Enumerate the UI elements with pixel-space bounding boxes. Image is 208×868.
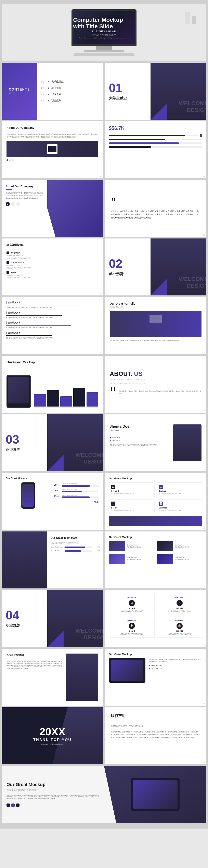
input-item-title-2: SOCIAL MEDIA (6, 261, 98, 264)
contents-num-4: 04 (41, 99, 45, 102)
slide-number-3b: 04 (203, 176, 205, 178)
slide-number-11b: 20 (203, 644, 205, 646)
slide-row-11: 04 职业规划 WELCOMEDESIGN PRESENT 🖥 输入标题 点击此… (2, 590, 206, 647)
slide-longtext-photo: 点击此处添加标题 点击此处添加文本内容，添加文本内容点击此处添加文本内容添加文本… (2, 649, 103, 706)
longtext-title: 点击此处添加标题 (6, 654, 63, 657)
present-text-1: 点击此处添加文本内容添加文本内容 (111, 610, 152, 612)
computer-base (84, 50, 124, 52)
input-item-title-3: MEDIA (6, 271, 98, 274)
phone-stat-1-right: Lorem Ipsum Short Title (62, 483, 99, 487)
ogm-triangle (104, 766, 116, 823)
portfolio-text: 点击此处添加文本内容，添加文本内容点击此处添加文本内容添加文本内容点击此处添加文… (110, 339, 202, 341)
slide-number-7a: 11 (100, 410, 102, 412)
contents-item-2: 02 就业形势 (41, 86, 99, 90)
present-text-4: 点击此处添加文本内容添加文本内容 (159, 633, 200, 635)
slide-row-1: Computer Mockup with Title Slide BUSINES… (2, 4, 206, 61)
present-icon-3: 💡 (129, 623, 135, 629)
about-1-device (47, 144, 58, 154)
mockup2col-img-3 (109, 554, 125, 564)
phone-spacer (54, 477, 99, 483)
stats-bar-track-3 (109, 143, 202, 144)
textblock-accent-4 (6, 332, 6, 334)
input-social-icon (6, 261, 9, 264)
section-02-num: 02 (109, 257, 146, 270)
screen-year: Computer Mockup with Title Slide (73, 17, 135, 30)
about-2-icon-play[interactable]: ▶ (6, 202, 10, 206)
section-04-right: WELCOMEDESIGN (47, 590, 103, 647)
about-2-icon-2[interactable] (11, 202, 15, 206)
team-bar-row-2: Short Text Here 60% (50, 550, 100, 552)
input-section-title: 输入标题内容 (6, 243, 98, 247)
textblock-text-1: 点击此处添加文本内容，添加文本内容点击此处添加文本内容添加文本内容 (6, 307, 99, 309)
ogm-right (104, 766, 206, 823)
textblock-accent-1 (6, 301, 6, 304)
laptop-item-text-1: Short Text Here (151, 665, 162, 666)
input-item-sub-3: FREELANCE, CRAFTING (6, 275, 98, 277)
stats-bar-track-1 (109, 135, 198, 136)
slide-row-13: 20XX THANK FOR YOU 渐变风格大学生职业规划PPT 版权声明 感… (2, 707, 206, 764)
about-dot-3 (12, 159, 14, 161)
slide-computer-mockup: Computer Mockup with Title Slide BUSINES… (2, 4, 206, 61)
present-text-3: 点击此处添加文本内容添加文本内容 (111, 633, 152, 635)
infocard-4: 📊 Business 点击此处添加文本内容添加文本内容 (157, 499, 202, 514)
about-1-image (6, 141, 98, 157)
laptop-bullet-2 (149, 668, 150, 669)
stats-bar-row-3 (109, 143, 202, 144)
section-03-triangle (47, 455, 64, 471)
longtext-left: 点击此处添加标题 点击此处添加文本内容，添加文本内容点击此处添加文本内容添加文本… (6, 654, 63, 701)
slide-number-4a: 05 (100, 234, 102, 236)
slide-about-2: About Our Company 点击此处添加文本内容，添加文本内容点击此处添… (2, 180, 103, 237)
textblock-2: 点击输入文本 点击此处添加文本内容，添加文本内容点击此处添加文本内容添加文本内容 (6, 311, 99, 319)
aboutus-quote-mark: " (110, 386, 116, 398)
slide-stats: $56.7K (105, 121, 206, 178)
team-bar-label-2: Short Text Here (50, 550, 63, 552)
laptop-item-1: Short Text Here (149, 665, 202, 666)
stats-square-1 (200, 134, 202, 137)
present-icon-1: 🖥 (129, 600, 135, 606)
slide-row-7: Our Great Mockup (2, 356, 206, 413)
screen-cn: 渐变风格大学生职业规划PPT (92, 34, 116, 36)
phone-left-area: Our Great Mockup (6, 477, 51, 526)
mockup2col-text-1: Short Text Here点击此处添加文本内容 (127, 544, 141, 548)
slide-copyright: 版权声明 感谢您使用本设计方案，深圳设计师作品下载！点击此处修改，点击此处修改，… (105, 707, 206, 764)
textblock-header-4: 点击输入文本 (6, 332, 99, 334)
textblock-text-2: 点击此处添加文本内容，添加文本内容点击此处添加文本内容添加文本内容 (6, 317, 99, 319)
ogm-left: Our Great Mockup 点击此处添加文本内容，添加文本内容 点击此处添… (2, 766, 104, 823)
infocard-icon-laptop: 💻 (111, 485, 115, 489)
slide-row-3: About Our Company 点击此处添加文本内容，添加文本内容点击此处添… (2, 121, 206, 178)
textblock-header-3: 点击输入文本 (6, 321, 99, 324)
slide-section-04: 04 职业规划 WELCOMEDESIGN (2, 590, 103, 647)
ogm-icon-3 (16, 804, 20, 807)
about-2-icon-3[interactable] (16, 202, 20, 206)
input-item-text-3: 点击此处添加文本内容，添加文本内容 (6, 277, 98, 279)
textblock-title-1: 点击输入文本 (8, 301, 20, 304)
bar-1 (34, 394, 46, 406)
desk-item-2 (192, 16, 196, 24)
slide-number-3a: 03 (100, 176, 102, 178)
infocards-title: Our Great Mockup (109, 477, 202, 480)
portfolio-image (110, 311, 202, 337)
stats-bar-track-2 (109, 139, 202, 141)
keyboard (73, 53, 135, 56)
about-dot-1 (6, 159, 8, 161)
bar-4 (73, 388, 85, 406)
section-03-right: WELCOMEDESIGN (47, 414, 103, 471)
slide-number-6a: 09 (100, 351, 102, 353)
aboutus-sub2: AND ALL PAGES ARE DESIGNED BY ALEMIC (110, 383, 202, 384)
slide-number-4b: 06 (203, 234, 205, 236)
phone-stat-2-right: Lorem Ipsum Short Title (62, 489, 99, 492)
slide-number-7b: 12 (203, 410, 205, 412)
copyright-title: 版权声明 (111, 713, 200, 718)
mockup-title-1: Our Great Mockup (6, 361, 35, 364)
team-bar-track-2 (64, 550, 92, 552)
laptop-item-2: Short Text Here (149, 668, 202, 669)
ogm-subtitle: 点击此处添加文本内容，添加文本内容 (6, 789, 99, 792)
textblock-title-2: 点击输入文本 (8, 311, 20, 314)
ogm-icons-row (6, 804, 99, 807)
page-container: Computer Mockup with Title Slide BUSINES… (0, 0, 208, 829)
ty-year: 20XX (33, 725, 72, 738)
present-grid: PRESENT 🖥 输入标题 点击此处添加文本内容添加文本内容 PRESENT … (109, 594, 202, 638)
computer-screen: Computer Mockup with Title Slide BUSINES… (71, 9, 137, 46)
slide-present-grid: PRESENT 🖥 输入标题 点击此处添加文本内容添加文本内容 PRESENT … (105, 590, 206, 647)
infocard-title-2: Creative (159, 490, 200, 492)
